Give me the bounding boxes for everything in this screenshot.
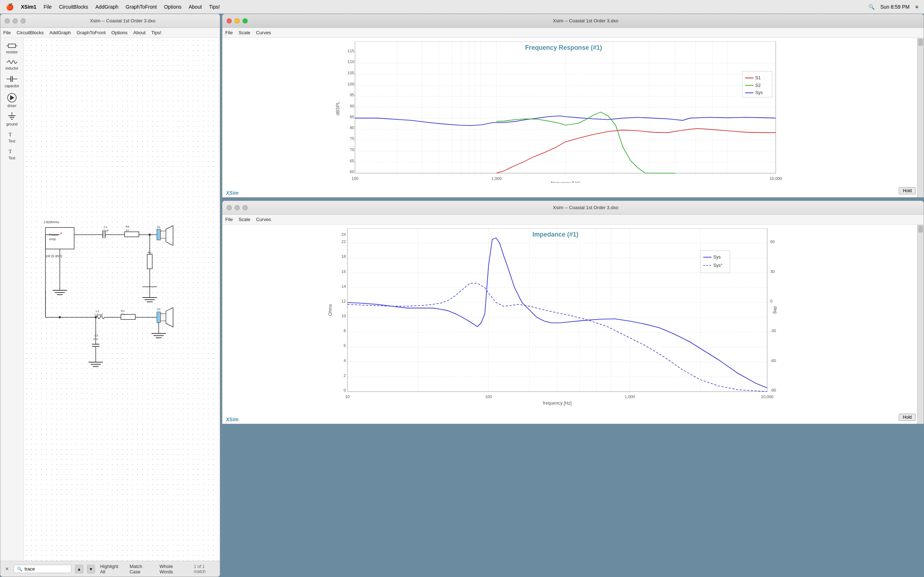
- imp-scrollbar[interactable]: [917, 225, 924, 424]
- svg-text:10: 10: [345, 395, 350, 399]
- svg-point-82: [95, 316, 97, 318]
- freq-menu-scale[interactable]: Scale: [239, 30, 250, 35]
- svg-text:deg: deg: [773, 306, 778, 314]
- tool-resistor[interactable]: resistor: [1, 41, 23, 56]
- menu-tips[interactable]: Tips!: [209, 4, 220, 10]
- circuit-titlebar: Xsim -- Coaxial 1st Order 3.dxo: [0, 14, 220, 28]
- svg-text:Impedance (#1): Impedance (#1): [532, 231, 578, 238]
- menu-options[interactable]: Options: [164, 4, 181, 10]
- svg-text:R1-: R1-: [148, 251, 153, 254]
- svg-text:110: 110: [347, 60, 354, 64]
- apple-menu[interactable]: 🍎: [6, 3, 14, 11]
- circuit-menu-file[interactable]: File: [3, 30, 11, 35]
- circuit-window-title: Xsim -- Coaxial 1st Order 3.dxo: [30, 18, 215, 23]
- circuit-menu-graphtofront[interactable]: GraphToFront: [76, 30, 105, 35]
- svg-rect-62: [121, 314, 135, 319]
- circuit-sidebar: resistor inductor capacitor: [0, 38, 24, 561]
- imp-hold-button[interactable]: Hold: [899, 414, 916, 421]
- svg-text:T: T: [9, 149, 12, 154]
- freq-menu-file[interactable]: File: [225, 30, 233, 35]
- svg-rect-1: [8, 44, 16, 48]
- menu-time: Sun 8:59 PM: [880, 4, 909, 10]
- svg-text:C1: C1: [103, 226, 108, 229]
- freq-graph-svg: Frequency Response (#1) 60 65 70 75 80 8…: [243, 42, 914, 183]
- svg-text:105: 105: [347, 71, 354, 75]
- search-up-button[interactable]: ▲: [75, 565, 83, 574]
- imp-menu-curves[interactable]: Curves: [256, 217, 271, 222]
- circuit-max-btn[interactable]: [21, 18, 26, 23]
- menu-graphtofront[interactable]: GraphToFront: [126, 4, 157, 10]
- svg-rect-32: [124, 232, 139, 237]
- svg-rect-74: [161, 314, 166, 321]
- freq-min-btn[interactable]: [234, 18, 240, 23]
- freq-scrollbar[interactable]: [917, 38, 924, 197]
- freq-response-window: Xsim -- Coaxial 1st Order 3.dxo File Sca…: [222, 14, 924, 198]
- svg-text:65: 65: [350, 159, 354, 163]
- tool-inductor-label: inductor: [5, 66, 18, 70]
- svg-text:Sys: Sys: [756, 90, 763, 95]
- imp-menu-scale[interactable]: Scale: [239, 217, 250, 222]
- menu-circuitblocks[interactable]: CircuitBlocks: [59, 4, 88, 10]
- imp-close-btn[interactable]: [227, 205, 232, 210]
- svg-marker-73: [166, 308, 173, 327]
- tool-text2[interactable]: T Text: [1, 146, 23, 161]
- highlight-all-button[interactable]: Highlight All: [99, 563, 124, 575]
- menu-control-icon[interactable]: ≡: [915, 4, 918, 10]
- search-input[interactable]: [24, 566, 68, 572]
- svg-text:R2: R2: [121, 309, 125, 313]
- imp-min-btn[interactable]: [234, 205, 240, 210]
- svg-text:115: 115: [347, 49, 354, 53]
- svg-rect-38: [161, 231, 166, 239]
- menu-addgraph[interactable]: AddGraph: [95, 4, 118, 10]
- tool-text1[interactable]: T Text: [1, 129, 23, 145]
- circuit-close-btn[interactable]: [5, 18, 10, 23]
- search-close-button[interactable]: ✕: [4, 566, 10, 572]
- svg-text:Sys: Sys: [713, 255, 721, 259]
- circuit-min-btn[interactable]: [13, 18, 18, 23]
- svg-text:frequency [Hz]: frequency [Hz]: [551, 181, 580, 183]
- svg-text:2.828Vrms: 2.828Vrms: [44, 220, 59, 224]
- svg-text:12: 12: [341, 299, 346, 303]
- svg-text:120: 120: [347, 42, 354, 42]
- freq-hold-button[interactable]: Hold: [899, 187, 916, 194]
- impedance-window: Xsim -- Coaxial 1st Order 3.dxo File Sca…: [222, 200, 924, 424]
- freq-titlebar: Xsim -- Coaxial 1st Order 3.dxo: [222, 14, 924, 28]
- circuit-canvas[interactable]: Power Amp. + 2.828Vrms 1W (8 ohm) C1 22u…: [24, 38, 220, 561]
- svg-text:12: 12: [126, 229, 129, 232]
- tool-inductor[interactable]: inductor: [1, 57, 23, 72]
- search-icon: 🔍: [17, 567, 23, 572]
- search-input-wrap: 🔍: [14, 565, 71, 573]
- circuit-menu-addgraph[interactable]: AddGraph: [50, 30, 71, 35]
- circuit-menu-about[interactable]: About: [133, 30, 145, 35]
- svg-text:2: 2: [344, 373, 346, 377]
- svg-text:90: 90: [350, 104, 354, 108]
- tool-capacitor[interactable]: capacitor: [1, 73, 23, 89]
- svg-point-83: [59, 316, 61, 318]
- tool-driver[interactable]: driver: [1, 91, 23, 109]
- circuit-menu-tips[interactable]: Tips!: [151, 30, 162, 35]
- freq-menu-curves[interactable]: Curves: [256, 30, 271, 35]
- menu-file[interactable]: File: [44, 4, 52, 10]
- system-menubar: 🍎 XSim1 File CircuitBlocks AddGraph Grap…: [0, 0, 924, 14]
- circuit-menu-circuitblocks[interactable]: CircuitBlocks: [16, 30, 44, 35]
- svg-text:8: 8: [344, 329, 346, 333]
- freq-window-title: Xsim -- Coaxial 1st Order 3.dxo: [252, 18, 919, 23]
- svg-text:24: 24: [341, 232, 346, 237]
- imp-menu-file[interactable]: File: [225, 217, 233, 222]
- svg-text:14: 14: [341, 284, 346, 288]
- svg-text:6: 6: [344, 343, 346, 348]
- menu-search-icon[interactable]: 🔍: [868, 4, 874, 10]
- whole-words-button[interactable]: Whole Words: [158, 563, 187, 575]
- tool-driver-label: driver: [7, 104, 16, 108]
- freq-close-btn[interactable]: [227, 18, 232, 23]
- menu-about[interactable]: About: [189, 4, 202, 10]
- tool-ground[interactable]: ground: [1, 111, 23, 128]
- svg-text:1.5mH: 1.5mH: [94, 313, 103, 316]
- match-case-button[interactable]: Match Case: [128, 563, 155, 575]
- imp-max-btn[interactable]: [242, 205, 247, 210]
- search-down-button[interactable]: ▼: [87, 565, 95, 574]
- freq-max-btn[interactable]: [242, 18, 247, 23]
- svg-text:100: 100: [485, 395, 492, 399]
- circuit-menu-options[interactable]: Options: [111, 30, 128, 35]
- svg-text:-60: -60: [770, 358, 776, 363]
